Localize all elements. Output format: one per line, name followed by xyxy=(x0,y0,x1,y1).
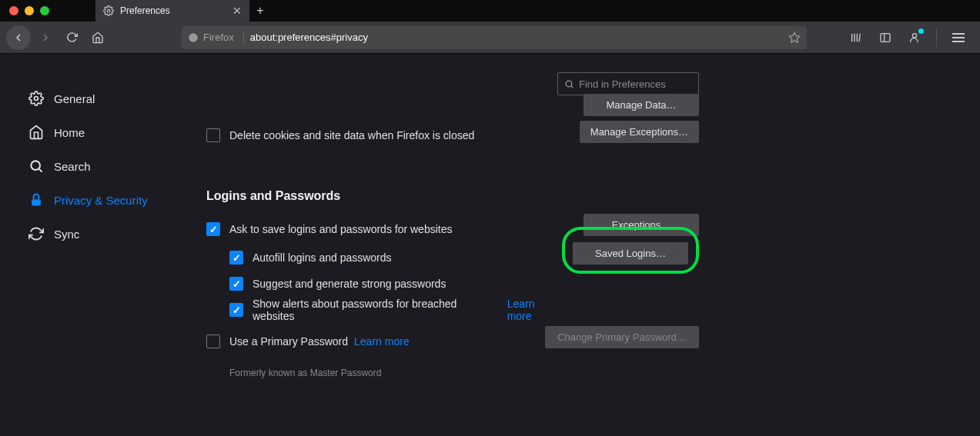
lock-icon xyxy=(28,191,45,208)
search-placeholder: Find in Preferences xyxy=(579,78,666,90)
svg-line-15 xyxy=(571,86,573,88)
tabs-strip: Preferences ✕ + xyxy=(95,0,271,22)
tab-preferences[interactable]: Preferences ✕ xyxy=(95,0,249,22)
manage-data-button[interactable]: Manage Data… xyxy=(584,94,699,116)
primary-password-learn-more-link[interactable]: Learn more xyxy=(354,335,410,348)
back-button[interactable] xyxy=(6,25,31,50)
window-controls xyxy=(0,6,49,15)
bookmark-star-icon[interactable] xyxy=(788,32,801,44)
preferences-main: Find in Preferences Delete cookies and s… xyxy=(176,54,730,436)
sidebar-item-sync[interactable]: Sync xyxy=(28,217,176,251)
cookies-row: Delete cookies and site data when Firefo… xyxy=(206,120,699,151)
suggest-passwords-label: Suggest and generate strong passwords xyxy=(253,278,446,290)
url-text: about:preferences#privacy xyxy=(250,32,368,43)
forward-button[interactable] xyxy=(34,26,57,49)
primary-password-row: Use a Primary Password Learn more Change… xyxy=(206,326,699,357)
toolbar-right xyxy=(845,27,974,48)
primary-password-hint: Formerly known as Master Password xyxy=(229,368,699,378)
identity-label: Firefox xyxy=(203,32,234,43)
preferences-sidebar: General Home Search Privacy & Security S… xyxy=(0,54,176,436)
primary-password-label: Use a Primary Password xyxy=(229,335,348,348)
svg-line-6 xyxy=(859,33,860,42)
svg-point-14 xyxy=(566,81,572,87)
search-icon xyxy=(564,79,574,89)
reload-button[interactable] xyxy=(60,26,83,49)
sidebar-item-label: Home xyxy=(54,126,85,139)
manage-exceptions-button[interactable]: Manage Exceptions… xyxy=(580,121,699,143)
suggest-passwords-checkbox[interactable] xyxy=(229,277,243,291)
autofill-checkbox[interactable] xyxy=(229,251,243,265)
breach-alerts-checkbox[interactable] xyxy=(229,303,243,317)
svg-rect-13 xyxy=(32,199,41,205)
preferences-search-input[interactable]: Find in Preferences xyxy=(557,72,699,95)
maximize-window-button[interactable] xyxy=(40,6,49,15)
sidebar-item-label: Sync xyxy=(54,228,79,241)
sidebar-item-privacy[interactable]: Privacy & Security xyxy=(28,183,176,217)
saved-logins-button[interactable]: Saved Logins… xyxy=(573,242,688,265)
highlight-annotation: Saved Logins… xyxy=(562,227,699,274)
sidebar-item-home[interactable]: Home xyxy=(28,115,176,149)
notification-dot xyxy=(918,28,924,34)
logins-section-title: Logins and Passwords xyxy=(206,189,699,203)
identity-box[interactable]: Firefox xyxy=(188,32,234,43)
gear-icon xyxy=(103,5,114,16)
svg-line-12 xyxy=(39,169,42,172)
svg-point-1 xyxy=(189,33,198,42)
firefox-icon xyxy=(188,32,199,43)
logins-block: Ask to save logins and passwords for web… xyxy=(206,214,699,323)
svg-point-11 xyxy=(31,161,40,170)
svg-point-10 xyxy=(35,97,38,101)
svg-rect-7 xyxy=(881,33,890,42)
delete-cookies-label: Delete cookies and site data when Firefo… xyxy=(229,129,474,141)
close-tab-icon[interactable]: ✕ xyxy=(232,5,242,16)
url-bar[interactable]: Firefox about:preferences#privacy xyxy=(182,26,807,49)
titlebar: Preferences ✕ + xyxy=(0,0,980,22)
sidebar-item-search[interactable]: Search xyxy=(28,149,176,183)
primary-password-checkbox[interactable] xyxy=(206,334,220,348)
sidebar-toggle-button[interactable] xyxy=(875,27,896,48)
home-icon xyxy=(28,124,45,141)
sidebar-item-label: Privacy & Security xyxy=(54,194,148,207)
search-icon xyxy=(28,158,45,175)
nav-toolbar: Firefox about:preferences#privacy xyxy=(0,22,980,54)
svg-point-9 xyxy=(912,33,916,37)
close-window-button[interactable] xyxy=(9,6,18,15)
sidebar-item-general[interactable]: General xyxy=(28,82,176,115)
ask-save-logins-checkbox[interactable] xyxy=(206,222,220,236)
preferences-content: General Home Search Privacy & Security S… xyxy=(0,54,980,436)
breach-alerts-label: Show alerts about passwords for breached… xyxy=(253,298,501,322)
minimize-window-button[interactable] xyxy=(25,6,34,15)
tab-title: Preferences xyxy=(120,5,170,16)
sync-icon xyxy=(28,225,45,242)
sidebar-item-label: General xyxy=(54,92,95,105)
library-button[interactable] xyxy=(845,27,867,48)
breach-learn-more-link[interactable]: Learn more xyxy=(507,298,562,322)
app-menu-button[interactable] xyxy=(948,27,969,48)
new-tab-button[interactable]: + xyxy=(249,0,271,22)
ask-save-logins-label: Ask to save logins and passwords for web… xyxy=(229,223,452,235)
autofill-label: Autofill logins and passwords xyxy=(253,251,392,264)
account-button[interactable] xyxy=(904,27,925,48)
svg-point-0 xyxy=(107,9,110,12)
home-button[interactable] xyxy=(86,26,109,49)
delete-cookies-checkbox[interactable] xyxy=(206,128,220,142)
sidebar-item-label: Search xyxy=(54,160,91,173)
svg-marker-2 xyxy=(789,32,799,42)
change-primary-password-button[interactable]: Change Primary Password… xyxy=(545,326,699,348)
gear-icon xyxy=(28,90,45,107)
